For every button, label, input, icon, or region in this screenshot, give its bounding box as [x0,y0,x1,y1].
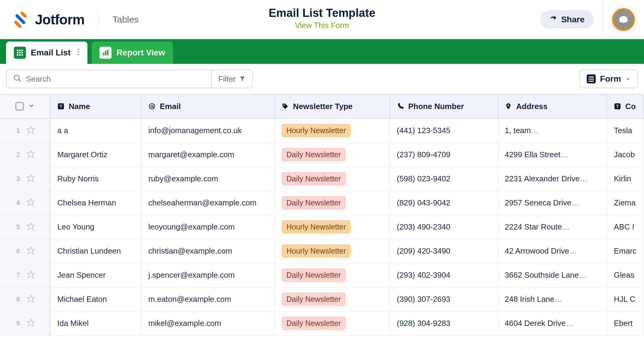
tab-more-icon[interactable] [77,48,80,58]
cell-phone[interactable]: (293) 402-3904 [390,263,498,287]
cell-company[interactable]: Emarc [607,239,644,263]
star-icon[interactable] [27,222,35,232]
star-icon[interactable] [27,318,35,329]
select-all-checkbox[interactable] [15,102,24,111]
filter-icon [239,74,245,84]
cell-address[interactable]: 2224 Star Route [498,215,607,239]
cell-company[interactable]: HJL C [607,287,644,311]
chevron-down-icon[interactable] [28,102,35,111]
cell-newsletter[interactable]: Hourly Newsletter [275,119,390,142]
star-icon[interactable] [27,174,35,184]
table-row[interactable]: 4Chelsea Hermanchelseaherman@example.com… [0,191,644,215]
cell-company[interactable]: Jacob [607,143,644,167]
cell-email[interactable]: leoyoung@example.com [142,215,275,239]
cell-phone[interactable]: (441) 123-5345 [390,119,498,142]
cell-phone[interactable]: (209) 420-3490 [390,239,498,263]
cell-address[interactable]: 4604 Derek Drive [498,311,607,335]
table-row[interactable]: 8Michael Eatonm.eaton@example.comDaily N… [0,287,644,311]
cell-phone[interactable]: (829) 043-9042 [390,191,498,215]
newsletter-badge: Daily Newsletter [282,148,346,161]
svg-marker-35 [27,295,34,302]
cell-newsletter[interactable]: Daily Newsletter [275,191,390,215]
cell-company[interactable]: ABC I [607,215,644,239]
cell-email[interactable]: chelseaherman@example.com [142,191,275,215]
table-row[interactable]: 1a ainfo@jomanagement.co.ukHourly Newsle… [0,119,644,143]
cell-email[interactable]: mikel@example.com [142,311,275,335]
cell-phone[interactable]: (203) 490-2340 [390,215,498,239]
star-icon[interactable] [27,270,35,280]
col-label: Address [516,102,548,111]
cell-company[interactable]: Ebert [607,311,644,335]
col-company[interactable]: T Co [607,95,644,118]
cell-email[interactable]: info@jomanagement.co.uk [142,119,275,142]
user-avatar[interactable] [612,8,635,31]
star-icon[interactable] [27,198,35,208]
cell-newsletter[interactable]: Daily Newsletter [275,287,390,311]
table-row[interactable]: 3Ruby Norrisruby@example.comDaily Newsle… [0,167,644,191]
col-name[interactable]: T Name [51,95,142,118]
form-button[interactable]: Form [579,70,638,88]
cell-company[interactable]: Gleas [607,263,644,287]
cell-newsletter[interactable]: Daily Newsletter [275,263,390,287]
cell-newsletter[interactable]: Daily Newsletter [275,143,390,167]
cell-phone[interactable]: (390) 307-2693 [390,287,498,311]
search-box[interactable] [7,70,212,88]
table-row[interactable]: 5Leo Youngleoyoung@example.comHourly New… [0,215,644,239]
cell-email[interactable]: christian@example.com [142,239,275,263]
cell-address[interactable]: 2957 Seneca Drive [498,191,607,215]
cell-name[interactable]: Ida Mikel [51,311,142,335]
table-row[interactable]: 7Jean Spencerj.spencer@example.comDaily … [0,263,644,287]
cell-email[interactable]: j.spencer@example.com [142,263,275,287]
cell-company[interactable]: Ziema [607,191,644,215]
cell-phone[interactable]: (928) 304-9283 [390,311,498,335]
cell-name[interactable]: a a [51,119,142,142]
cell-name[interactable]: Ruby Norris [51,167,142,191]
cell-name[interactable]: Chelsea Herman [51,191,142,215]
col-email[interactable]: Email [142,95,275,118]
cell-address[interactable]: 3662 Southside Lane [498,263,607,287]
col-phone[interactable]: Phone Number [390,95,498,118]
tab-email-list[interactable]: Email List [6,42,87,64]
col-address[interactable]: Address [498,95,607,118]
col-newsletter[interactable]: Newsletter Type [275,95,390,118]
star-icon[interactable] [27,246,35,256]
cell-newsletter[interactable]: Daily Newsletter [275,167,390,191]
svg-point-12 [77,48,79,50]
cell-company[interactable]: Tesla [607,119,644,142]
cell-phone[interactable]: (598) 023-9402 [390,167,498,191]
cell-company[interactable]: Kirlin [607,167,644,191]
cell-name[interactable]: Christian Lundeen [51,239,142,263]
cell-newsletter[interactable]: Daily Newsletter [275,311,390,335]
star-icon[interactable] [27,294,35,305]
row-number: 8 [15,295,21,303]
cell-name[interactable]: Margaret Ortiz [51,143,142,167]
tab-report-view[interactable]: Report View [92,42,173,64]
cell-email[interactable]: ruby@example.com [142,167,275,191]
cell-address[interactable]: 2231 Alexander Drive [498,167,607,191]
newsletter-badge: Daily Newsletter [282,196,346,210]
cell-email[interactable]: m.eaton@example.com [142,287,275,311]
cell-address[interactable]: 42 Arrowood Drive [498,239,607,263]
share-button[interactable]: Share [540,10,594,29]
view-form-link[interactable]: View This Form [269,21,375,30]
table-row[interactable]: 9Ida Mikelmikel@example.comDaily Newslet… [0,311,644,336]
table-row[interactable]: 2Margaret Ortizmargaret@example.comDaily… [0,143,644,167]
cell-name[interactable]: Leo Young [51,215,142,239]
cell-newsletter[interactable]: Hourly Newsletter [275,239,390,263]
table-row[interactable]: 6Christian Lundeenchristian@example.comH… [0,239,644,263]
cell-address[interactable]: 1, team [498,119,607,142]
cell-name[interactable]: Jean Spencer [51,263,142,287]
cell-phone[interactable]: (237) 809-4709 [390,143,498,167]
search-input[interactable] [26,74,204,84]
svg-rect-5 [21,50,23,51]
cell-address[interactable]: 4299 Ella Street [498,143,607,167]
cell-address[interactable]: 248 Irish Lane [498,287,607,311]
cell-name[interactable]: Michael Eaton [51,287,142,311]
filter-button[interactable]: Filter [212,70,252,88]
cell-newsletter[interactable]: Hourly Newsletter [275,215,390,239]
svg-point-25 [508,105,509,106]
section-label[interactable]: Tables [112,14,139,25]
star-icon[interactable] [27,150,35,160]
star-icon[interactable] [27,126,35,136]
cell-email[interactable]: margaret@example.com [142,143,275,167]
